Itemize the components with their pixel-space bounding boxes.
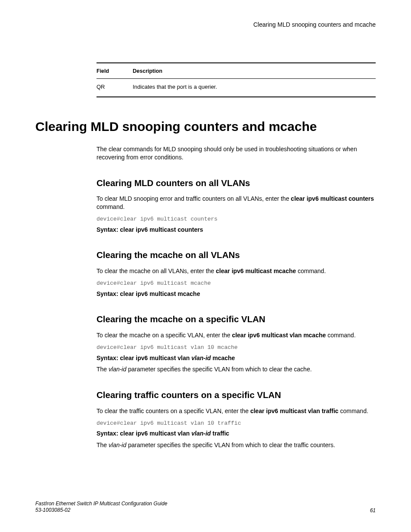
text: To clear the mcache on all VLANs, enter …: [97, 268, 216, 274]
text: command.: [97, 203, 125, 210]
paragraph: To clear the mcache on all VLANs, enter …: [97, 267, 376, 275]
footer-left: FastIron Ethernet Switch IP Multicast Co…: [35, 501, 167, 514]
param-name: vlan-id: [109, 366, 126, 373]
code-block: device#clear ipv6 multicast vlan 10 traf…: [97, 420, 376, 427]
syntax-line: Syntax: clear ipv6 multicast counters: [97, 226, 376, 234]
syntax-suffix: mcache: [211, 355, 235, 361]
paragraph: The vlan-id parameter specifies the spec…: [97, 365, 376, 373]
text: To clear the mcache on a specific VLAN, …: [97, 332, 232, 339]
td-field: QR: [97, 83, 133, 91]
section-title: Clearing traffic counters on a specific …: [97, 389, 376, 401]
paragraph: The vlan-id parameter specifies the spec…: [97, 441, 376, 449]
table-row: QR Indicates that the port is a querier.: [97, 79, 376, 97]
command-name: clear ipv6 multicast vlan mcache: [232, 332, 326, 339]
intro-paragraph: The clear commands for MLD snooping shou…: [97, 145, 376, 162]
body: The clear commands for MLD snooping shou…: [97, 145, 376, 449]
syntax-suffix: traffic: [211, 430, 229, 437]
footer-doc-number: 53-1003085-02: [35, 507, 167, 514]
section-title: Clearing MLD counters on all VLANs: [97, 177, 376, 189]
section-title: Clearing the mcache on a specific VLAN: [97, 313, 376, 325]
command-name: clear ipv6 multicast vlan traffic: [250, 408, 339, 414]
footer-doc-title: FastIron Ethernet Switch IP Multicast Co…: [35, 501, 167, 507]
section-title: Clearing the mcache on all VLANs: [97, 249, 376, 261]
syntax-line: Syntax: clear ipv6 multicast mcache: [97, 290, 376, 298]
page-footer: FastIron Ethernet Switch IP Multicast Co…: [35, 501, 376, 514]
paragraph: To clear MLD snooping error and traffic …: [97, 195, 376, 211]
running-header: Clearing MLD snooping counters and mcach…: [35, 21, 376, 29]
td-description: Indicates that the port is a querier.: [133, 83, 376, 91]
syntax-param: vlan-id: [191, 355, 211, 361]
field-table: Field Description QR Indicates that the …: [97, 62, 376, 97]
syntax-prefix: Syntax: clear ipv6 multicast vlan: [97, 430, 191, 437]
code-block: device#clear ipv6 multicast counters: [97, 215, 376, 223]
text: parameter specifies the specific VLAN fr…: [126, 366, 311, 373]
param-name: vlan-id: [109, 442, 126, 448]
syntax-param: vlan-id: [191, 430, 211, 437]
text: command.: [339, 408, 368, 414]
text: command.: [326, 332, 355, 339]
text: The: [97, 442, 109, 448]
text: The: [97, 366, 109, 373]
text: To clear MLD snooping error and traffic …: [97, 195, 291, 202]
code-block: device#clear ipv6 multicast mcache: [97, 280, 376, 287]
text: command.: [296, 268, 326, 274]
code-block: device#clear ipv6 multicast vlan 10 mcac…: [97, 344, 376, 352]
paragraph: To clear the mcache on a specific VLAN, …: [97, 331, 376, 339]
text: parameter specifies the specific VLAN fr…: [126, 442, 335, 448]
command-name: clear ipv6 multicast mcache: [216, 268, 296, 274]
table-header-row: Field Description: [97, 63, 376, 79]
th-field: Field: [97, 68, 133, 75]
page-title: Clearing MLD snooping counters and mcach…: [35, 118, 376, 136]
syntax-line: Syntax: clear ipv6 multicast vlan vlan-i…: [97, 429, 376, 438]
footer-page-number: 61: [370, 507, 376, 514]
syntax-line: Syntax: clear ipv6 multicast vlan vlan-i…: [97, 354, 376, 362]
command-name: clear ipv6 multicast counters: [291, 195, 374, 202]
text: To clear the traffic counters on a speci…: [97, 408, 250, 414]
syntax-prefix: Syntax: clear ipv6 multicast vlan: [97, 355, 191, 361]
th-description: Description: [133, 68, 376, 75]
paragraph: To clear the traffic counters on a speci…: [97, 407, 376, 415]
page: Clearing MLD snooping counters and mcach…: [0, 0, 411, 532]
